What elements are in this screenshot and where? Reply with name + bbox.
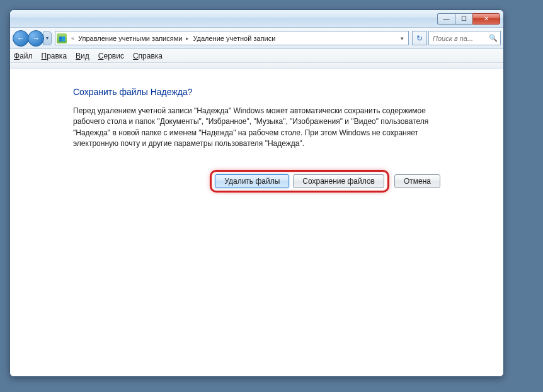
titlebar[interactable]: — ☐ ✕ bbox=[10, 10, 503, 28]
menu-tools[interactable]: Сервис bbox=[98, 52, 124, 60]
minimize-button[interactable]: — bbox=[437, 13, 455, 25]
breadcrumb-seg-2[interactable]: Удаление учетной записи bbox=[191, 33, 277, 43]
back-button[interactable]: ← bbox=[13, 30, 29, 47]
search-box[interactable]: 🔍 bbox=[428, 31, 501, 45]
nav-history-dropdown[interactable]: ▼ bbox=[43, 31, 52, 45]
chevron-right-icon: ▸ bbox=[186, 35, 189, 42]
cancel-button[interactable]: Отмена bbox=[394, 174, 440, 188]
explorer-window: — ☐ ✕ ← → ▼ 👥 « Управление учетными запи… bbox=[9, 9, 504, 377]
menu-bar: Файл Правка Вид Сервис Справка bbox=[10, 49, 503, 63]
highlight-annotation: Удалить файлы Сохранение файлов bbox=[210, 170, 389, 193]
breadcrumb-prefix: « bbox=[71, 35, 74, 42]
menu-file[interactable]: Файл bbox=[14, 52, 33, 60]
menu-help[interactable]: Справка bbox=[133, 52, 163, 60]
nav-arrows: ← → bbox=[13, 30, 43, 47]
search-input[interactable] bbox=[432, 34, 489, 43]
breadcrumb-seg-1[interactable]: Управление учетными записями bbox=[76, 33, 184, 43]
navigation-bar: ← → ▼ 👥 « Управление учетными записями ▸… bbox=[10, 28, 503, 49]
forward-button[interactable]: → bbox=[28, 30, 44, 47]
toolbar-spacer bbox=[10, 63, 503, 69]
address-dropdown[interactable]: ▾ bbox=[397, 33, 407, 43]
menu-view[interactable]: Вид bbox=[76, 52, 89, 60]
search-icon: 🔍 bbox=[489, 34, 498, 42]
save-files-button[interactable]: Сохранение файлов bbox=[293, 174, 384, 188]
refresh-button[interactable]: ↻ bbox=[412, 31, 427, 45]
description-text: Перед удалением учетной записи "Надежда"… bbox=[73, 106, 440, 150]
close-button[interactable]: ✕ bbox=[472, 13, 500, 25]
delete-files-button[interactable]: Удалить файлы bbox=[215, 174, 289, 188]
chevron-down-icon: ▼ bbox=[45, 36, 50, 40]
page-title: Сохранить файлы Надежда? bbox=[73, 87, 440, 97]
window-controls: — ☐ ✕ bbox=[437, 13, 500, 25]
refresh-icon: ↻ bbox=[416, 34, 423, 43]
arrow-right-icon: → bbox=[32, 34, 40, 43]
action-buttons: Удалить файлы Сохранение файлов Отмена bbox=[73, 170, 440, 193]
maximize-button[interactable]: ☐ bbox=[455, 13, 472, 25]
arrow-left-icon: ← bbox=[17, 34, 25, 43]
control-panel-icon: 👥 bbox=[57, 33, 67, 43]
menu-edit[interactable]: Правка bbox=[42, 52, 67, 60]
address-bar[interactable]: 👥 « Управление учетными записями ▸ Удале… bbox=[55, 31, 409, 45]
content-area: Сохранить файлы Надежда? Перед удалением… bbox=[10, 69, 503, 376]
